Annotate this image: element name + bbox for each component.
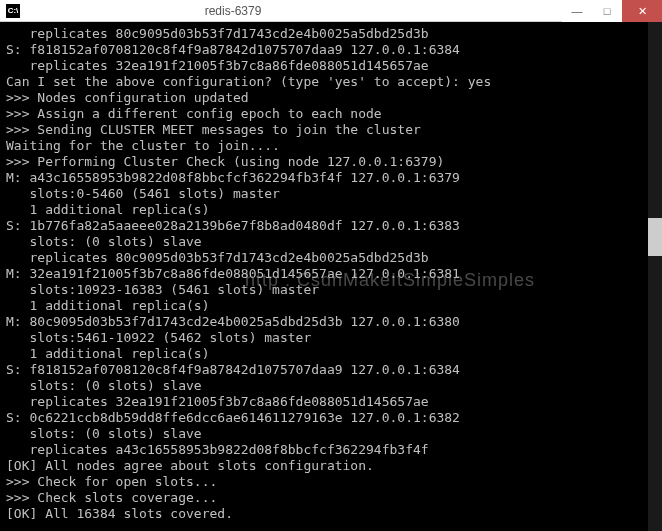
terminal-line: >>> Performing Cluster Check (using node… [6, 154, 656, 170]
terminal-line: S: f818152af0708120c8f4f9a87842d1075707d… [6, 362, 656, 378]
terminal-line: 1 additional replica(s) [6, 346, 656, 362]
terminal-line: M: a43c16558953b9822d08f8bbcfcf362294fb3… [6, 170, 656, 186]
terminal-line: slots: (0 slots) slave [6, 426, 656, 442]
terminal-line: >>> Assign a different config epoch to e… [6, 106, 656, 122]
scrollbar-track[interactable] [648, 22, 662, 531]
terminal-line: S: 0c6221ccb8db59dd8ffe6dcc6ae6146112791… [6, 410, 656, 426]
terminal-line: slots:10923-16383 (5461 slots) master [6, 282, 656, 298]
terminal-line: Waiting for the cluster to join.... [6, 138, 656, 154]
terminal-line: 1 additional replica(s) [6, 202, 656, 218]
terminal-line: replicates a43c16558953b9822d08f8bbcfcf3… [6, 442, 656, 458]
terminal-line: replicates 80c9095d03b53f7d1743cd2e4b002… [6, 26, 656, 42]
terminal-line: >>> Nodes configuration updated [6, 90, 656, 106]
terminal-line: [OK] All 16384 slots covered. [6, 506, 656, 522]
terminal-line: >>> Check slots coverage... [6, 490, 656, 506]
cmd-icon: C:\ [6, 4, 20, 18]
terminal-line: >>> Check for open slots... [6, 474, 656, 490]
terminal-line: replicates 80c9095d03b53f7d1743cd2e4b002… [6, 250, 656, 266]
scrollbar-thumb[interactable] [648, 218, 662, 256]
terminal-line: S: f818152af0708120c8f4f9a87842d1075707d… [6, 42, 656, 58]
close-button[interactable]: ✕ [622, 0, 662, 22]
window-title: redis-6379 [24, 4, 562, 18]
terminal-line: slots:5461-10922 (5462 slots) master [6, 330, 656, 346]
terminal-line: [OK] All nodes agree about slots configu… [6, 458, 656, 474]
maximize-button[interactable]: □ [592, 0, 622, 22]
terminal-line: replicates 32ea191f21005f3b7c8a86fde0880… [6, 394, 656, 410]
window-controls: — □ ✕ [562, 0, 662, 21]
terminal-line: M: 80c9095d03b53f7d1743cd2e4b0025a5dbd25… [6, 314, 656, 330]
terminal-line: S: 1b776fa82a5aaeee028a2139b6e7f8b8ad048… [6, 218, 656, 234]
terminal-output[interactable]: replicates 80c9095d03b53f7d1743cd2e4b002… [0, 22, 662, 531]
terminal-line: slots: (0 slots) slave [6, 378, 656, 394]
terminal-line: M: 32ea191f21005f3b7c8a86fde088051d14565… [6, 266, 656, 282]
terminal-line: >>> Sending CLUSTER MEET messages to joi… [6, 122, 656, 138]
terminal-line: 1 additional replica(s) [6, 298, 656, 314]
terminal-line: replicates 32ea191f21005f3b7c8a86fde0880… [6, 58, 656, 74]
terminal-line: Can I set the above configuration? (type… [6, 74, 656, 90]
minimize-button[interactable]: — [562, 0, 592, 22]
terminal-line: slots: (0 slots) slave [6, 234, 656, 250]
terminal-line: slots:0-5460 (5461 slots) master [6, 186, 656, 202]
titlebar: C:\ redis-6379 — □ ✕ [0, 0, 662, 22]
